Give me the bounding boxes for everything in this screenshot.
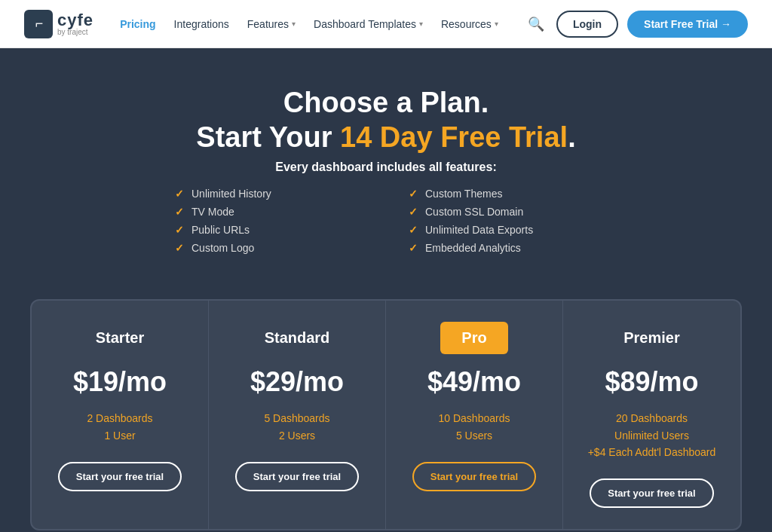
plan-standard: Standard $29/mo 5 Dashboards2 Users Star… xyxy=(209,301,386,529)
nav-integrations[interactable]: Integrations xyxy=(174,18,229,30)
check-icon: ✓ xyxy=(409,224,418,236)
plan-pro: Pro $49/mo 10 Dashboards5 Users Start yo… xyxy=(386,301,563,529)
hero-headline: Choose a Plan. Start Your 14 Day Free Tr… xyxy=(24,86,748,154)
headline-line1: Choose a Plan. xyxy=(283,87,489,118)
nav-pricing[interactable]: Pricing xyxy=(120,18,155,30)
feature-custom-themes: ✓ Custom Themes xyxy=(409,188,597,200)
plan-premier-name: Premier xyxy=(602,322,701,354)
resources-chevron-icon: ▾ xyxy=(495,20,498,28)
plan-starter-name: Starter xyxy=(75,322,165,354)
plan-pro-price: $49/mo xyxy=(427,366,521,398)
login-button[interactable]: Login xyxy=(556,11,618,38)
nav-resources[interactable]: Resources ▾ xyxy=(441,18,498,30)
dashboard-templates-chevron-icon: ▾ xyxy=(419,20,423,28)
plan-standard-price: $29/mo xyxy=(250,366,344,398)
features-chevron-icon: ▾ xyxy=(292,20,296,28)
plan-starter-details: 2 Dashboards1 User xyxy=(87,410,152,444)
nav-features[interactable]: Features ▾ xyxy=(247,18,296,30)
check-icon: ✓ xyxy=(409,242,418,254)
feature-data-exports: ✓ Unlimited Data Exports xyxy=(409,224,597,236)
plan-premier-details: 20 DashboardsUnlimited Users+$4 Each Add… xyxy=(588,410,716,460)
feature-unlimited-history: ✓ Unlimited History xyxy=(175,188,363,200)
plan-standard-cta[interactable]: Start your free trial xyxy=(235,462,359,491)
plan-starter-price: $19/mo xyxy=(73,366,167,398)
nav-links: Pricing Integrations Features ▾ Dashboar… xyxy=(120,18,498,30)
nav-actions: 🔍 Login Start Free Trial → xyxy=(525,11,748,38)
plan-pro-cta[interactable]: Start your free trial xyxy=(412,462,536,491)
plan-pro-details: 10 Dashboards5 Users xyxy=(439,410,510,444)
features-grid: ✓ Unlimited History ✓ Custom Themes ✓ TV… xyxy=(175,188,597,254)
feature-custom-logo: ✓ Custom Logo xyxy=(175,242,363,254)
logo-text: cyfe by traject xyxy=(57,12,93,36)
plan-premier-cta[interactable]: Start your free trial xyxy=(590,478,713,508)
feature-custom-ssl: ✓ Custom SSL Domain xyxy=(409,206,597,218)
plan-starter: Starter $19/mo 2 Dashboards1 User Start … xyxy=(32,301,209,529)
check-icon: ✓ xyxy=(175,188,184,200)
search-button[interactable]: 🔍 xyxy=(525,13,547,35)
logo-icon: ⌐ xyxy=(24,10,53,38)
feature-embedded-analytics: ✓ Embedded Analytics xyxy=(409,242,597,254)
check-icon: ✓ xyxy=(175,224,184,236)
feature-public-urls: ✓ Public URLs xyxy=(175,224,363,236)
feature-tv-mode: ✓ TV Mode xyxy=(175,206,363,218)
pricing-card: Starter $19/mo 2 Dashboards1 User Start … xyxy=(30,299,742,530)
hero-section: Choose a Plan. Start Your 14 Day Free Tr… xyxy=(0,48,772,284)
logo-sub: by traject xyxy=(57,29,93,36)
plan-starter-cta[interactable]: Start your free trial xyxy=(58,462,182,491)
plan-standard-name: Standard xyxy=(244,322,351,354)
plan-premier: Premier $89/mo 20 DashboardsUnlimited Us… xyxy=(563,301,740,529)
check-icon: ✓ xyxy=(175,242,184,254)
plan-premier-price: $89/mo xyxy=(605,366,698,398)
start-free-trial-button[interactable]: Start Free Trial → xyxy=(627,11,748,38)
headline-line2: Start Your 14 Day Free Trial. xyxy=(196,121,575,153)
check-icon: ✓ xyxy=(409,188,418,200)
plan-pro-name: Pro xyxy=(440,322,507,354)
plan-standard-details: 5 Dashboards2 Users xyxy=(264,410,329,444)
pricing-section: Starter $19/mo 2 Dashboards1 User Start … xyxy=(0,284,772,532)
logo-name: cyfe xyxy=(57,12,93,29)
logo: ⌐ cyfe by traject xyxy=(24,10,93,38)
features-title: Every dashboard includes all features: xyxy=(24,161,748,174)
check-icon: ✓ xyxy=(175,206,184,218)
navbar: ⌐ cyfe by traject Pricing Integrations F… xyxy=(0,0,772,48)
headline-highlight: 14 Day Free Trial xyxy=(340,121,568,153)
check-icon: ✓ xyxy=(409,206,418,218)
features-section: Every dashboard includes all features: ✓… xyxy=(24,161,748,254)
nav-dashboard-templates[interactable]: Dashboard Templates ▾ xyxy=(314,18,423,30)
